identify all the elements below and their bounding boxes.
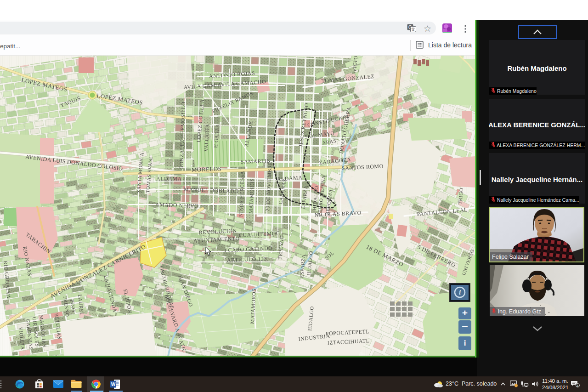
svg-text:W: W [111, 382, 116, 387]
svg-text:文: 文 [411, 27, 415, 32]
svg-text:1: 1 [577, 384, 579, 388]
svg-text:i: i [459, 289, 461, 296]
